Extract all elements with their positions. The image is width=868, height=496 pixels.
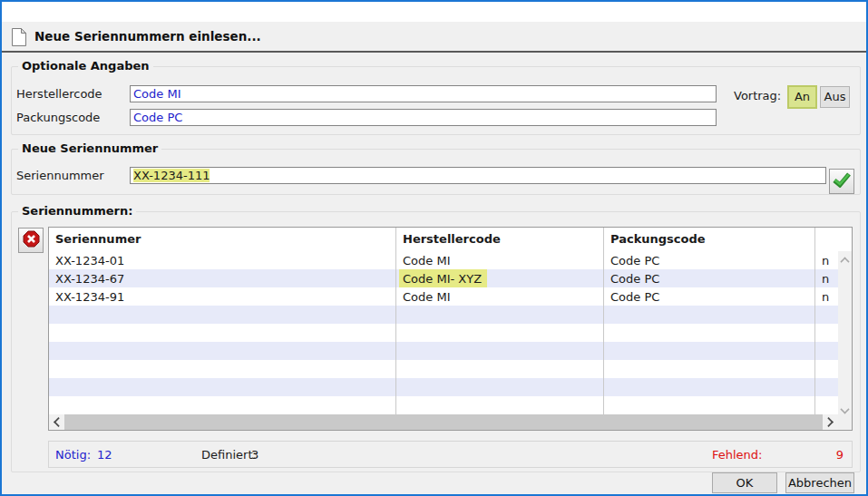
cell-flag: n (815, 269, 838, 287)
cell-packungscode: Code PC (604, 269, 815, 287)
highlighted-herstellercode: Code MI- XYZ (399, 269, 487, 287)
definiert-label: Definiert: (201, 448, 257, 462)
cell-herstellercode: Code MI- XYZ (396, 269, 604, 287)
vortrag-an-button[interactable]: An (787, 85, 817, 109)
confirm-serial-button[interactable] (829, 169, 854, 194)
fehlend-value: 9 (836, 448, 844, 462)
cell-herstellercode: Code MI (396, 251, 604, 269)
scroll-right-icon[interactable] (823, 414, 838, 430)
cell-herstellercode: Code MI (396, 287, 604, 306)
cell-serial: XX-1234-67 (49, 269, 396, 287)
column-header-flag (815, 228, 852, 251)
column-header-seriennumer[interactable]: Seriennumer (49, 228, 396, 251)
packungscode-input[interactable] (130, 109, 717, 126)
table-row-empty[interactable] (49, 378, 838, 396)
seriennummer-input[interactable]: XX-1234-111 (130, 167, 826, 184)
title-bar: Neue Seriennummern einlesen... (2, 22, 866, 53)
column-header-herstellercode[interactable]: Herstellercode (396, 228, 604, 251)
cancel-button[interactable]: Abbrechen (785, 472, 854, 493)
scroll-left-icon[interactable] (49, 414, 64, 430)
document-icon (11, 27, 27, 47)
definiert-value: 3 (251, 448, 258, 462)
table-row-empty[interactable] (49, 396, 838, 414)
table-row-empty[interactable] (49, 342, 838, 360)
vortrag-label: Vortrag: (734, 89, 781, 102)
scrollbar-corner (838, 414, 852, 430)
table-header-row: Seriennumer Herstellercode Packungscode (49, 228, 852, 251)
top-strip (2, 2, 866, 22)
cell-packungscode: Code PC (604, 251, 815, 269)
herstellercode-label: Herstellercode (16, 87, 102, 101)
herstellercode-input[interactable] (130, 85, 717, 102)
noetig-value: 12 (97, 448, 112, 462)
cell-flag: n (815, 287, 838, 306)
seriennummer-value: XX-1234-111 (133, 169, 210, 182)
noetig-label: Nötig: (55, 448, 91, 462)
group-neue-seriennummer: Neue Seriennummer Seriennummer XX-1234-1… (11, 149, 861, 195)
cell-flag: n (815, 251, 838, 269)
table-row-empty[interactable] (49, 324, 838, 342)
packungscode-label: Packungscode (16, 111, 100, 124)
group-seriennummern: Seriennummern: Seriennumer Herstellercod… (11, 211, 861, 472)
table-row[interactable]: XX-1234-91 Code MI Code PC n (49, 287, 838, 306)
cell-serial: XX-1234-01 (49, 251, 396, 269)
serials-table: Seriennumer Herstellercode Packungscode … (48, 227, 853, 431)
column-header-packungscode[interactable]: Packungscode (604, 228, 815, 251)
group-seriennummern-title: Seriennummern: (18, 204, 136, 218)
group-neue-seriennummer-title: Neue Seriennummer (18, 141, 161, 155)
scroll-down-icon[interactable] (841, 404, 848, 412)
table-row-empty[interactable] (49, 360, 838, 378)
table-row-empty[interactable] (49, 306, 838, 324)
table-body: XX-1234-01 Code MI Code PC n XX-1234-67 … (49, 251, 838, 414)
vertical-scrollbar[interactable] (838, 251, 852, 414)
horizontal-scrollbar-thumb[interactable] (64, 414, 823, 430)
cell-serial: XX-1234-91 (49, 287, 396, 306)
scroll-up-icon[interactable] (841, 254, 848, 261)
ok-button[interactable]: OK (712, 472, 777, 493)
vortrag-aus-button[interactable]: Aus (820, 86, 850, 108)
seriennummer-label: Seriennummer (16, 169, 104, 182)
checkmark-icon (833, 172, 851, 190)
delete-serial-button[interactable] (18, 228, 44, 253)
table-row[interactable]: XX-1234-67 Code MI- XYZ Code PC n (49, 269, 838, 287)
group-optionale-angaben: Optionale Angaben Herstellercode Packung… (11, 66, 861, 135)
status-panel: Nötig: 12 Definiert: 3 Fehlend: 9 (48, 441, 853, 468)
window-title: Neue Seriennummern einlesen... (34, 29, 261, 44)
horizontal-scrollbar[interactable] (49, 414, 838, 430)
cell-packungscode: Code PC (604, 287, 815, 306)
group-optionale-angaben-title: Optionale Angaben (18, 59, 153, 73)
fehlend-label: Fehlend: (712, 448, 763, 462)
table-row[interactable]: XX-1234-01 Code MI Code PC n (49, 251, 838, 269)
delete-stop-icon (23, 230, 40, 250)
dialog-window: Neue Seriennummern einlesen... Optionale… (0, 0, 868, 496)
